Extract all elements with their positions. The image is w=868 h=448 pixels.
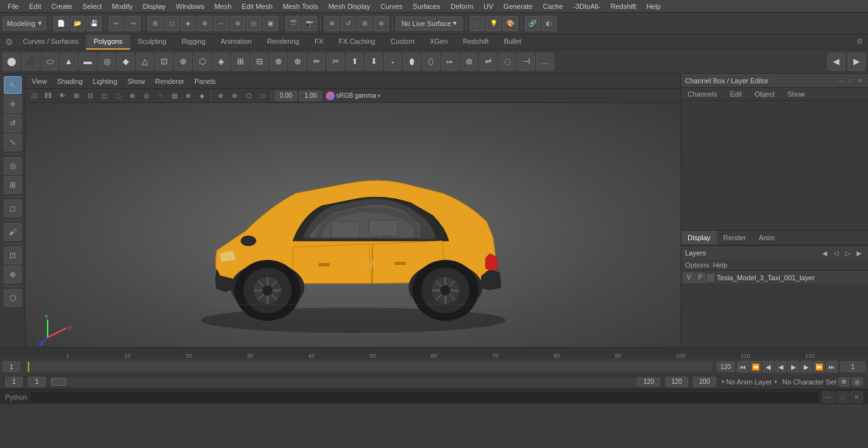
menu-edit-mesh[interactable]: Edit Mesh <box>236 1 278 11</box>
viewport-canvas[interactable]: M persp <box>25 103 681 347</box>
shelf-prev[interactable]: ◀ <box>827 53 845 71</box>
menu-mesh-tools[interactable]: Mesh Tools <box>278 1 323 11</box>
transform2-btn[interactable]: ⊗ <box>374 16 389 31</box>
rotate-tool-btn[interactable]: ↺ <box>341 16 356 31</box>
layer-row[interactable]: V P Tesla_Model_3_Taxi_001_layer <box>681 271 868 285</box>
channel-box-maximize[interactable]: □ <box>847 77 855 85</box>
tab-fx[interactable]: FX <box>307 34 331 50</box>
menu-uv[interactable]: UV <box>478 1 498 11</box>
pb-next-frame[interactable]: ▶ <box>801 361 812 372</box>
shelf-pen[interactable]: ✏ <box>308 53 325 71</box>
select-mode-btn[interactable]: ⊞ <box>147 16 163 31</box>
menu-curves[interactable]: Curves <box>376 1 408 11</box>
cb-tab-edit[interactable]: Edit <box>723 88 748 100</box>
tab-fx-caching[interactable]: FX Caching <box>331 34 383 50</box>
shelf-connect[interactable]: ⬯ <box>422 53 440 71</box>
layers-next-btn[interactable]: ▶ <box>854 250 864 257</box>
paint-select-btn[interactable]: ◈ <box>180 16 196 31</box>
shelf-helix[interactable]: ⊛ <box>174 53 192 71</box>
timeline-track[interactable] <box>25 362 712 372</box>
shelf-extrude[interactable]: ⬆ <box>346 53 363 71</box>
vp-eye-icon[interactable]: 👁 <box>56 90 69 102</box>
display-tab-render[interactable]: Render <box>717 231 752 245</box>
component-select[interactable]: ◻ <box>4 200 22 217</box>
render2-btn[interactable]: 📷 <box>302 16 317 31</box>
vp-dof-icon[interactable]: ⬡ <box>242 90 255 102</box>
menu-create[interactable]: Create <box>46 1 78 11</box>
vp-uv-icon[interactable]: ⊗ <box>126 90 139 102</box>
open-file-btn[interactable]: 📂 <box>70 16 85 31</box>
char-set-btn[interactable]: ⚙ <box>838 377 850 386</box>
live-surface-btn[interactable]: No Live Surface ▾ <box>396 17 463 31</box>
tabs-settings-left[interactable]: ⚙ <box>3 36 15 48</box>
shelf-super[interactable]: ◈ <box>212 53 230 71</box>
shelf-fill[interactable]: ⬰ <box>441 53 459 71</box>
layer-playback-btn[interactable]: P <box>695 273 705 283</box>
layers-next2-btn[interactable]: ▷ <box>843 250 853 257</box>
camera-input[interactable] <box>275 91 297 101</box>
channel-box-minimize[interactable]: — <box>837 77 845 85</box>
rotate-tool[interactable]: ↺ <box>4 114 22 132</box>
tab-curves-surfaces[interactable]: Curves / Surfaces <box>15 34 86 50</box>
select-tool[interactable]: ↖ <box>4 76 22 94</box>
vp-isolate-icon[interactable]: ◈ <box>196 90 208 102</box>
python-label[interactable]: Python <box>5 393 27 401</box>
status-max-frame[interactable] <box>693 377 716 387</box>
scale-tool[interactable]: ⤡ <box>4 133 22 151</box>
menu-mesh[interactable]: Mesh <box>209 1 236 11</box>
vp-menu-shading[interactable]: Shading <box>53 76 86 86</box>
camera-btn[interactable]: 🎥 <box>470 16 485 31</box>
render-btn[interactable]: 🎬 <box>285 16 301 31</box>
vp-ao-icon[interactable]: ⬭ <box>256 90 269 102</box>
range-end-input[interactable] <box>717 362 735 372</box>
tab-rigging[interactable]: Rigging <box>174 34 213 50</box>
menu-cache[interactable]: Cache <box>538 1 568 11</box>
shelf-next[interactable]: ▶ <box>848 53 865 71</box>
vp-grid-icon[interactable]: ⊞ <box>70 90 83 102</box>
focal-input[interactable] <box>299 91 322 101</box>
menu-deform[interactable]: Deform <box>445 1 478 11</box>
range-slider[interactable] <box>51 377 660 386</box>
menu-redshift[interactable]: Redshift <box>606 1 641 11</box>
material-btn[interactable]: 🎨 <box>503 16 518 31</box>
workspace-dropdown[interactable]: Modeling ▾ <box>3 17 46 31</box>
range-handle[interactable] <box>51 378 66 386</box>
vp-shadow-icon[interactable]: ▤ <box>168 90 180 102</box>
shelf-cut[interactable]: ✂ <box>327 53 344 71</box>
tab-rendering[interactable]: Rendering <box>259 34 307 50</box>
range-end-value[interactable] <box>637 377 660 386</box>
frame-field-input[interactable] <box>840 362 865 372</box>
vp-film-icon[interactable]: 🎞 <box>42 90 55 102</box>
display-tab-anim[interactable]: Anim <box>752 231 781 245</box>
shelf-more[interactable]: … <box>536 53 554 71</box>
shelf-misc1[interactable]: ⊞ <box>231 53 249 71</box>
shelf-layout[interactable]: ⊣ <box>517 53 535 71</box>
display-tab-display[interactable]: Display <box>681 231 717 245</box>
pb-step-fwd[interactable]: ⏩ <box>813 361 825 372</box>
tabs-settings-right[interactable]: ⚙ <box>854 36 865 48</box>
shelf-prism[interactable]: ◆ <box>117 53 135 71</box>
menu-display[interactable]: Display <box>138 1 171 11</box>
cb-tab-channels[interactable]: Channels <box>681 88 723 100</box>
redo-btn[interactable]: ↪ <box>125 16 140 31</box>
shelf-misc3[interactable]: ⊗ <box>269 53 287 71</box>
shelf-cube[interactable]: ⬛ <box>22 53 39 71</box>
shelf-pyramid[interactable]: △ <box>136 53 154 71</box>
pb-play-fwd[interactable]: ▶ <box>788 361 799 372</box>
undo-btn[interactable]: ↩ <box>109 16 124 31</box>
vp-light2-icon[interactable]: ◎ <box>140 90 153 102</box>
layers-prev2-btn[interactable]: ◁ <box>831 250 841 257</box>
layer-visibility-btn[interactable]: V <box>684 273 694 283</box>
soft-select-btn[interactable]: ⊕ <box>197 16 212 31</box>
anim-layer-arrow[interactable]: ▾ <box>721 378 724 385</box>
menu-file[interactable]: File <box>3 1 24 11</box>
python-min-btn[interactable]: — <box>822 391 835 403</box>
show-joints[interactable]: ⊕ <box>4 266 22 283</box>
status-frame-start[interactable] <box>5 377 23 387</box>
vp-smooth-icon[interactable]: ◌ <box>112 90 125 102</box>
vp-aa-icon[interactable]: ⊚ <box>228 90 241 102</box>
vp-normals-icon[interactable]: ↑ <box>154 90 166 102</box>
move-tool-btn[interactable]: ⊕ <box>324 16 339 31</box>
menu-edit[interactable]: Edit <box>24 1 46 11</box>
new-file-btn[interactable]: 📄 <box>53 16 69 31</box>
